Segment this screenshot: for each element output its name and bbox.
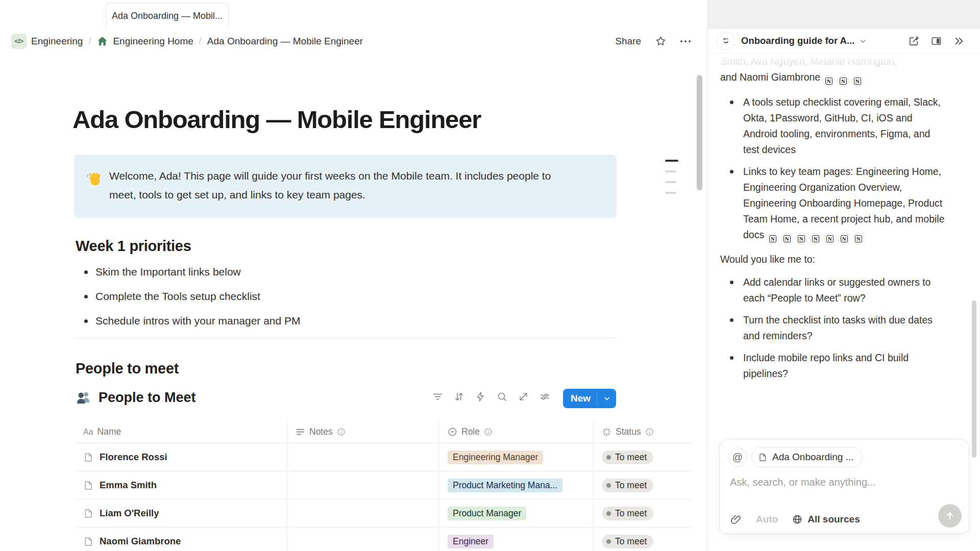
week1-heading: Week 1 priorities <box>76 238 191 255</box>
status-chip[interactable]: To meet <box>602 507 653 520</box>
status-cell[interactable]: To meet <box>594 528 692 551</box>
notes-cell[interactable] <box>287 443 439 471</box>
name-cell[interactable]: Liam O'Reilly <box>76 499 287 527</box>
ai-chat-title[interactable]: Onboarding guide for A... <box>741 35 854 46</box>
status-chip[interactable]: To meet <box>602 535 653 548</box>
role-cell[interactable]: Product Marketing Mana... <box>439 471 594 499</box>
list-item: Skim the Important links below <box>76 260 301 284</box>
role-cell[interactable]: Product Manager <box>439 499 594 527</box>
page-icon <box>758 453 768 462</box>
table-body: Florence Rossi Engineering Manager To me… <box>76 443 692 551</box>
favorite-star-icon[interactable] <box>655 35 667 47</box>
notes-cell[interactable] <box>287 528 439 551</box>
ai-composer[interactable]: @ Ada Onboarding ... Auto All sources <box>719 439 969 534</box>
ai-bullet-item: Links to key team pages: Engineering Hom… <box>720 164 948 245</box>
share-button[interactable]: Share <box>615 36 641 47</box>
name-cell[interactable]: Naomi Giambrone <box>76 528 287 551</box>
notion-page-badge[interactable]: N <box>851 76 863 87</box>
role-chip[interactable]: Product Manager <box>448 507 526 520</box>
notion-page-badge[interactable]: N <box>823 76 835 87</box>
breadcrumb-current[interactable]: Ada Onboarding — Mobile Engineer <box>207 36 363 47</box>
context-page-chip[interactable]: Ada Onboarding ... <box>751 447 863 467</box>
ai-bullet-item: A tools setup checklist covering email, … <box>720 94 948 158</box>
column-header-role[interactable]: Role <box>439 421 594 443</box>
role-chip[interactable]: Product Marketing Mana... <box>448 479 562 492</box>
text-property-icon: Aa <box>83 428 93 437</box>
ai-bullet-text: Add calendar links or suggested owners t… <box>743 274 948 306</box>
notion-page-badge[interactable]: N <box>837 76 849 87</box>
notion-page-badge[interactable]: N <box>824 233 836 244</box>
ai-panel-body: Smith, Ava Nguyen, Melanie Harrington, a… <box>707 54 980 551</box>
breadcrumb-workspace[interactable]: Engineering <box>31 36 83 47</box>
role-chip[interactable]: Engineer <box>448 535 494 548</box>
table-header-row: Aa Name Notes Role St <box>76 421 692 443</box>
notes-cell[interactable] <box>287 499 439 527</box>
active-tab[interactable]: Ada Onboarding — Mobil... <box>106 3 229 29</box>
ai-suggestion-item: Turn the checklist into tasks with due d… <box>720 312 948 344</box>
table-row[interactable]: Naomi Giambrone Engineer To meet <box>76 528 692 551</box>
search-icon[interactable] <box>496 391 508 403</box>
notes-cell[interactable] <box>287 471 439 499</box>
column-header-status[interactable]: Status <box>594 421 692 443</box>
row-title: Florence Rossi <box>100 452 167 463</box>
status-label: To meet <box>615 480 647 491</box>
ai-suggestion-item: Include mobile repo links and CI build p… <box>720 350 948 382</box>
main-scrollbar[interactable] <box>697 75 702 190</box>
attachment-paperclip-icon[interactable] <box>730 513 742 525</box>
info-icon[interactable] <box>337 428 346 436</box>
status-cell[interactable]: To meet <box>594 499 692 527</box>
ai-chat-input[interactable] <box>730 477 954 506</box>
ai-bullet-text: Turn the checklist into tasks with due d… <box>743 312 948 344</box>
status-chip[interactable]: To meet <box>602 450 653 464</box>
breadcrumb-parent[interactable]: Engineering Home <box>113 36 193 47</box>
table-row[interactable]: Liam O'Reilly Product Manager To meet <box>76 499 692 528</box>
all-sources-button[interactable]: All sources <box>792 514 860 525</box>
info-icon[interactable] <box>645 428 654 436</box>
panel-scrollbar[interactable] <box>972 300 976 458</box>
workspace-icon[interactable]: </> <box>11 34 27 49</box>
callout-block: Welcome, Ada! This page will guide your … <box>74 155 617 218</box>
role-chip[interactable]: Engineering Manager <box>448 450 543 464</box>
auto-mode-label[interactable]: Auto <box>756 514 778 525</box>
status-label: To meet <box>615 536 647 547</box>
row-title: Emma Smith <box>100 480 157 491</box>
new-button-label: New <box>563 393 591 404</box>
chevron-down-icon[interactable] <box>859 37 867 45</box>
notion-page-badge[interactable]: N <box>767 233 778 244</box>
column-header-notes[interactable]: Notes <box>287 421 439 443</box>
status-chip[interactable]: To meet <box>602 479 653 492</box>
status-cell[interactable]: To meet <box>594 443 692 471</box>
role-cell[interactable]: Engineering Manager <box>439 443 594 471</box>
main-pane: </> Engineering / Engineering Home / Ada… <box>0 0 707 551</box>
table-of-contents-indicator[interactable] <box>665 160 678 203</box>
filter-icon[interactable] <box>432 391 444 403</box>
notion-page-badge[interactable]: N <box>852 233 864 244</box>
mention-chip[interactable]: @ <box>728 447 747 467</box>
send-button[interactable] <box>938 504 962 528</box>
notion-page-badge[interactable]: N <box>795 233 807 244</box>
info-icon[interactable] <box>484 428 493 436</box>
notion-page-badge[interactable]: N <box>810 233 821 244</box>
sort-icon[interactable] <box>453 391 465 403</box>
new-button-dropdown[interactable] <box>597 394 616 403</box>
name-cell[interactable]: Florence Rossi <box>76 443 287 471</box>
automation-bolt-icon[interactable] <box>475 391 486 403</box>
ai-response-line: and Naomi GiambroneNNN <box>720 69 948 87</box>
notion-page-badge[interactable]: N <box>781 233 793 244</box>
page-icon <box>83 536 94 547</box>
status-cell[interactable]: To meet <box>594 471 692 499</box>
notion-page-badge[interactable]: N <box>838 233 850 244</box>
table-row[interactable]: Emma Smith Product Marketing Mana... To … <box>76 471 692 499</box>
panel-layout-icon[interactable] <box>930 35 942 47</box>
name-cell[interactable]: Emma Smith <box>76 471 287 499</box>
view-settings-icon[interactable] <box>539 391 551 403</box>
new-record-button[interactable]: New <box>563 389 616 408</box>
more-options-icon[interactable] <box>680 40 691 42</box>
collapse-panel-icon[interactable] <box>953 35 965 47</box>
role-cell[interactable]: Engineer <box>439 528 594 551</box>
new-chat-compose-icon[interactable] <box>908 35 920 47</box>
expand-icon[interactable] <box>518 391 529 403</box>
column-header-name[interactable]: Aa Name <box>76 421 287 443</box>
table-row[interactable]: Florence Rossi Engineering Manager To me… <box>76 443 692 471</box>
database-title[interactable]: People to Meet <box>76 387 196 408</box>
